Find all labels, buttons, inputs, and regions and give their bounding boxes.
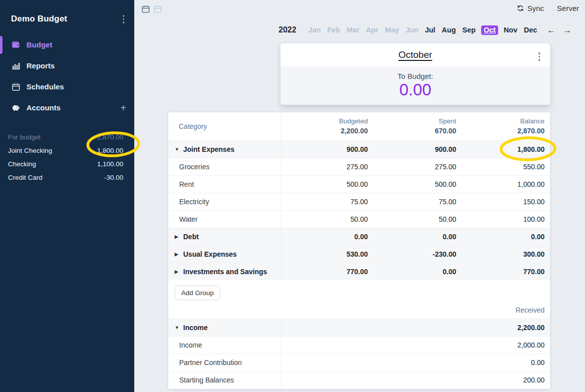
calendar-icon: [11, 82, 20, 91]
balance-cell[interactable]: 0.00: [456, 228, 545, 245]
wallet-icon: [11, 40, 20, 49]
expand-triangle-icon[interactable]: ▶: [175, 234, 180, 239]
balance-cell[interactable]: 150.00: [456, 193, 545, 210]
spent-cell[interactable]: 900.00: [368, 141, 456, 158]
spent-column-header[interactable]: Spent 670.00: [368, 112, 456, 140]
balance-cell[interactable]: 300.00: [456, 246, 545, 263]
balance-total: 2,870.00: [518, 126, 545, 136]
month-menu-kebab-icon[interactable]: [537, 50, 543, 63]
month-aug[interactable]: Aug: [441, 25, 457, 34]
one-month-view-icon[interactable]: [141, 4, 150, 13]
budget-menu-kebab-icon[interactable]: [121, 13, 127, 25]
month-dec[interactable]: Dec: [523, 25, 538, 34]
month-navigation: 2022 Jan Feb Mar Apr May Jun Jul Aug Sep…: [279, 23, 552, 36]
month-title[interactable]: October: [398, 49, 432, 60]
sync-button[interactable]: Sync: [517, 4, 544, 12]
spent-cell[interactable]: 75.00: [368, 193, 456, 210]
table-row-partner-contribution[interactable]: Partner Contribution 0.00: [168, 354, 550, 371]
collapse-triangle-icon[interactable]: ▼: [175, 147, 180, 152]
sidebar-item-label: Accounts: [26, 103, 60, 112]
expand-triangle-icon[interactable]: ▶: [175, 252, 180, 257]
balance-cell[interactable]: 1,800.00: [456, 141, 545, 158]
budgeted-cell[interactable]: 770.00: [282, 263, 368, 280]
add-group-button[interactable]: Add Group: [175, 286, 220, 300]
account-balance: 1,800.00: [97, 147, 123, 154]
spent-cell[interactable]: -230.00: [368, 246, 456, 263]
month-nov[interactable]: Nov: [503, 25, 518, 34]
budget-table: Category Budgeted 2,200.00 Spent 670.00 …: [168, 112, 550, 389]
month-apr[interactable]: Apr: [365, 25, 379, 34]
collapse-triangle-icon[interactable]: ▼: [175, 325, 180, 330]
table-row-group-usual-expenses[interactable]: ▶Usual Expenses 530.00 -230.00 300.00: [168, 245, 550, 263]
category-name: Joint Expenses: [183, 145, 235, 153]
balance-cell[interactable]: 1,000.00: [456, 176, 545, 193]
account-row-checking[interactable]: Checking 1,100.00: [0, 157, 134, 171]
sidebar-item-reports[interactable]: Reports: [0, 55, 134, 76]
two-month-view-icon[interactable]: [153, 4, 162, 13]
received-cell[interactable]: 2,200.00: [282, 319, 550, 336]
table-row-groceries[interactable]: Groceries 275.00 275.00 550.00: [168, 158, 550, 175]
budgeted-cell[interactable]: 530.00: [282, 246, 368, 263]
table-row-group-income[interactable]: ▼Income 2,200.00: [168, 319, 550, 336]
expand-triangle-icon[interactable]: ▶: [175, 269, 180, 274]
sidebar-item-budget[interactable]: Budget: [0, 34, 134, 55]
category-name: Usual Expenses: [183, 250, 237, 258]
account-row-joint-checking[interactable]: Joint Checking 1,800.00: [0, 144, 134, 157]
category-name: Income: [179, 341, 202, 349]
spent-cell[interactable]: 0.00: [368, 263, 456, 280]
table-row-group-debt[interactable]: ▶Debt 0.00 0.00 0.00: [168, 228, 550, 245]
budgeted-cell[interactable]: 50.00: [282, 211, 368, 228]
table-row-income[interactable]: Income 2,000.00: [168, 336, 550, 354]
add-account-icon[interactable]: +: [120, 103, 126, 113]
spent-cell[interactable]: 50.00: [368, 211, 456, 228]
month-jan[interactable]: Jan: [307, 25, 322, 34]
server-button[interactable]: Server: [557, 4, 579, 12]
piggy-bank-icon: [11, 103, 20, 112]
account-name: Checking: [8, 160, 36, 168]
table-row-rent[interactable]: Rent 500.00 500.00 1,000.00: [168, 175, 550, 193]
month-mar[interactable]: Mar: [345, 25, 360, 34]
balance-column-header[interactable]: Balance 2,870.00: [456, 112, 545, 140]
sidebar-item-accounts[interactable]: Accounts +: [0, 97, 134, 118]
active-item-accent-bar: [0, 36, 2, 54]
budgeted-cell[interactable]: 275.00: [282, 158, 368, 175]
account-name: Joint Checking: [8, 147, 52, 154]
sidebar-item-label: Schedules: [26, 82, 64, 91]
balance-cell[interactable]: 770.00: [456, 263, 545, 280]
account-row-for-budget[interactable]: For budget 2,870.00: [0, 130, 134, 144]
category-column-header: Category: [168, 112, 282, 140]
sidebar-item-schedules[interactable]: Schedules: [0, 76, 134, 97]
table-row-group-investments-and-savings[interactable]: ▶Investments and Savings 770.00 0.00 770…: [168, 263, 550, 280]
next-month-arrow[interactable]: →: [563, 26, 572, 34]
balance-cell[interactable]: 550.00: [456, 158, 545, 175]
received-cell[interactable]: 200.00: [282, 372, 550, 389]
month-jun[interactable]: Jun: [404, 25, 419, 34]
month-sep[interactable]: Sep: [461, 25, 477, 34]
table-row-electricity[interactable]: Electricity 75.00 75.00 150.00: [168, 193, 550, 210]
month-oct-selected[interactable]: Oct: [481, 25, 498, 35]
to-budget-value[interactable]: 0.00: [281, 81, 550, 99]
budgeted-cell[interactable]: 500.00: [282, 176, 368, 193]
spent-cell[interactable]: 275.00: [368, 158, 456, 175]
budget-file-title[interactable]: Demo Budget: [11, 14, 67, 24]
received-column-header: Received: [516, 306, 545, 314]
budgeted-cell[interactable]: 75.00: [282, 193, 368, 210]
balance-cell[interactable]: 100.00: [456, 211, 545, 228]
received-cell[interactable]: 2,000.00: [282, 337, 550, 354]
budgeted-cell[interactable]: 900.00: [282, 141, 368, 158]
account-row-credit-card[interactable]: Credit Card -30.00: [0, 171, 134, 184]
month-jul[interactable]: Jul: [424, 25, 436, 34]
budgeted-cell[interactable]: 0.00: [282, 228, 368, 245]
month-may[interactable]: May: [384, 25, 400, 34]
budgeted-column-header[interactable]: Budgeted 2,200.00: [282, 112, 368, 140]
received-cell[interactable]: 0.00: [282, 354, 550, 371]
spent-cell[interactable]: 500.00: [368, 176, 456, 193]
prev-month-arrow[interactable]: ←: [547, 26, 556, 34]
table-row-water[interactable]: Water 50.00 50.00 100.00: [168, 210, 550, 228]
category-name: Investments and Savings: [183, 268, 267, 276]
table-header: Category Budgeted 2,200.00 Spent 670.00 …: [168, 112, 550, 140]
spent-cell[interactable]: 0.00: [368, 228, 456, 245]
month-feb[interactable]: Feb: [326, 25, 341, 34]
table-row-starting-balances[interactable]: Starting Balances 200.00: [168, 371, 550, 389]
table-row-group-joint-expenses[interactable]: ▼Joint Expenses 900.00 900.00 1,800.00: [168, 140, 550, 158]
